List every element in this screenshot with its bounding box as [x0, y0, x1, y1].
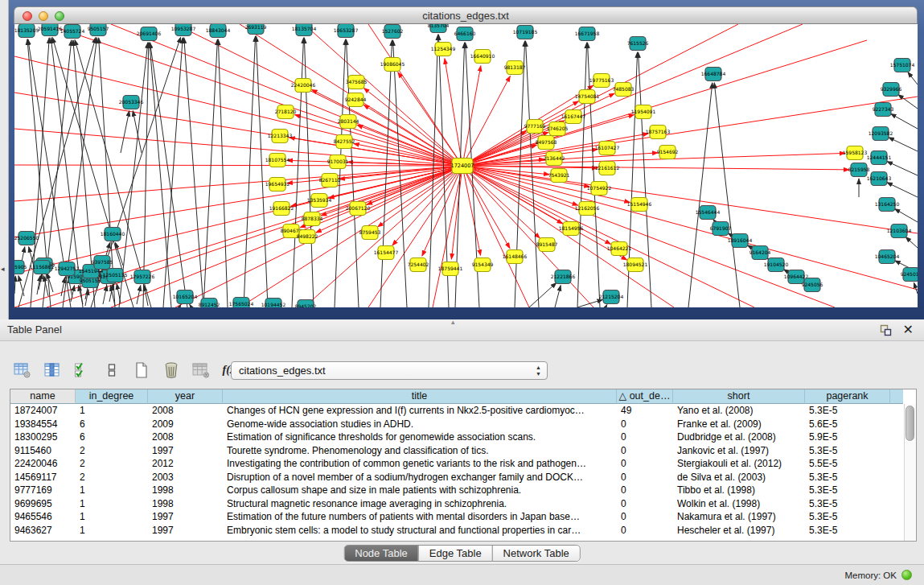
network-node[interactable]: 18135205 — [14, 24, 39, 38]
delete-table-icon[interactable] — [191, 360, 211, 380]
network-node[interactable]: 9164204 — [749, 246, 771, 260]
scrollbar-thumb[interactable] — [906, 406, 914, 441]
network-node[interactable]: 16671958 — [575, 27, 600, 41]
select-rows-icon[interactable] — [72, 360, 92, 380]
table-options-icon[interactable] — [13, 360, 32, 380]
column-header-short[interactable]: short — [673, 389, 805, 404]
network-node[interactable]: 16167447 — [561, 110, 586, 124]
network-node[interactable]: 12093582 — [869, 127, 893, 141]
network-node[interactable]: 15154946 — [627, 198, 652, 212]
network-node[interactable]: 10953287 — [171, 24, 196, 36]
table-selector-dropdown[interactable]: citations_edges.txt ▲▼ — [231, 361, 548, 380]
network-node[interactable]: 19086045 — [380, 58, 405, 72]
network-node[interactable]: 2803144 — [338, 115, 359, 129]
network-node[interactable]: 15958123 — [843, 146, 868, 160]
close-panel-icon[interactable]: ✕ — [903, 322, 914, 338]
table-row[interactable]: 969969511998Structural magnetic resonanc… — [10, 497, 903, 511]
network-node[interactable]: 9813187 — [504, 61, 526, 75]
table-row[interactable]: 1938455462009Genome-wide association stu… — [10, 418, 903, 431]
network-node[interactable]: 20591416 — [38, 24, 63, 36]
column-header-year[interactable]: year — [148, 389, 223, 404]
network-node[interactable]: 2693119 — [245, 24, 267, 35]
column-header-title[interactable]: title — [223, 389, 617, 404]
network-node[interactable]: 11254349 — [431, 43, 456, 56]
table-row[interactable]: 1456911722003Disruption of a novel membe… — [10, 471, 903, 484]
panel-resize-handle[interactable]: ▴ — [451, 318, 455, 326]
network-node[interactable]: 15751074 — [890, 59, 915, 72]
network-node[interactable]: 16210643 — [867, 172, 892, 186]
network-node[interactable]: 16148466 — [503, 250, 528, 264]
network-canvas[interactable]: 1813520520591416140557249505157206914061… — [14, 24, 918, 307]
network-node[interactable]: 16648784 — [701, 68, 726, 81]
network-node[interactable]: 7485083 — [613, 83, 634, 97]
network-node[interactable]: 19166822 — [269, 202, 294, 216]
network-node[interactable]: 7254402 — [408, 258, 429, 272]
network-node[interactable]: 10754922 — [587, 182, 612, 196]
network-node[interactable]: 8945202 — [295, 300, 317, 308]
network-node[interactable]: 9397585 — [92, 256, 113, 270]
network-node[interactable]: 21215204 — [599, 290, 624, 304]
tab-network-table[interactable]: Network Table — [492, 546, 580, 561]
network-node[interactable]: 12103604 — [887, 225, 912, 238]
network-node[interactable]: 17565024 — [229, 298, 254, 308]
float-panel-icon[interactable] — [880, 324, 892, 336]
table-row[interactable]: 1830029562008Estimation of significance … — [10, 431, 903, 444]
network-node[interactable]: 9170031 — [327, 155, 349, 169]
column-header-out_degree[interactable]: △ out_de… — [617, 389, 673, 404]
network-node[interactable]: 18757163 — [646, 126, 671, 139]
network-node[interactable]: 10653287 — [334, 24, 359, 38]
table-row[interactable]: 911546021997Tourette syndrome. Phenomeno… — [10, 444, 903, 458]
column-header-name[interactable]: name — [10, 389, 76, 404]
network-node[interactable]: 8427552 — [334, 135, 355, 149]
network-node[interactable]: 12444151 — [867, 151, 892, 165]
network-node[interactable]: 9505157 — [88, 24, 109, 36]
network-node[interactable]: 9329966 — [881, 83, 902, 97]
network-node[interactable]: 6466160 — [454, 27, 476, 41]
memory-status-icon[interactable] — [901, 570, 912, 580]
network-window-titlebar[interactable]: citations_edges.txt — [14, 6, 918, 24]
network-node[interactable]: 12161612 — [595, 162, 620, 175]
network-node[interactable]: 8215958 — [848, 163, 870, 177]
delete-icon[interactable] — [162, 360, 181, 380]
column-header-pagerank[interactable]: pagerank — [805, 389, 890, 404]
network-node[interactable]: 7615526 — [627, 37, 649, 51]
table-scrollbar[interactable] — [904, 404, 916, 541]
network-node[interactable]: 13535934 — [307, 194, 332, 208]
network-node[interactable]: 3915905 — [14, 261, 27, 274]
network-node[interactable]: 20053346 — [119, 96, 144, 109]
network-node[interactable]: 9245056 — [802, 278, 823, 292]
network-node[interactable]: 18843044 — [206, 24, 231, 38]
network-node[interactable]: 16107427 — [595, 142, 620, 155]
network-node[interactable]: 18107554 — [265, 154, 290, 167]
network-node[interactable]: 1527602 — [382, 25, 404, 39]
tab-edge-table[interactable]: Edge Table — [418, 546, 492, 561]
network-node[interactable]: 10719185 — [513, 26, 538, 39]
network-node[interactable]: 8135704 — [428, 24, 450, 33]
network-node[interactable]: 2136442 — [544, 152, 565, 166]
network-node[interactable]: 18160440 — [101, 228, 125, 241]
table-row[interactable]: 946554611997Estimation of the future num… — [10, 510, 903, 524]
network-node[interactable]: 3475685 — [346, 76, 368, 89]
network-node[interactable]: 6791907 — [710, 222, 732, 236]
table-row[interactable]: 2242004622012Investigating the contribut… — [10, 457, 903, 471]
network-node[interactable]: 21221866 — [551, 270, 576, 284]
show-columns-icon[interactable] — [43, 360, 62, 380]
network-node[interactable]: 12213343 — [268, 130, 293, 143]
row-height-icon[interactable] — [102, 360, 121, 380]
new-column-icon[interactable] — [132, 360, 151, 380]
table-row[interactable]: 1872400712008Changes of HCN gene express… — [10, 404, 903, 418]
network-node[interactable]: 8915487 — [536, 238, 558, 252]
network-node[interactable]: 9242844 — [345, 93, 367, 107]
network-node[interactable]: 8497568 — [536, 136, 557, 150]
table-row[interactable]: 946362711997Embryonic stem cells: a mode… — [10, 524, 903, 538]
expand-west-panel-arrow-icon[interactable]: ◂ — [1, 266, 5, 273]
network-node[interactable]: 7543921 — [548, 169, 570, 183]
network-node[interactable]: 8912452 — [199, 299, 220, 308]
network-node[interactable]: 9227343 — [873, 103, 894, 117]
network-node[interactable]: 16154477 — [374, 246, 399, 260]
network-node[interactable]: 10194452 — [261, 299, 286, 308]
tab-node-table[interactable]: Node Table — [344, 546, 418, 561]
network-node[interactable]: 9245012 — [901, 268, 918, 282]
network-node[interactable]: 9154692 — [657, 146, 679, 159]
network-node[interactable]: 8498222 — [297, 230, 318, 244]
